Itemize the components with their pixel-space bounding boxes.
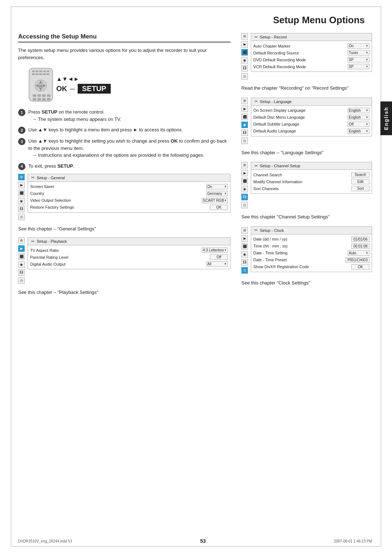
- ch-sidebar-clock: ◷: [241, 202, 248, 208]
- svg-rect-10: [46, 73, 49, 75]
- clk-row-2-value: Auto▼: [348, 250, 369, 256]
- record-row-1-label: Default Recording Source: [253, 51, 348, 55]
- general-row-1-value: Germany▼: [206, 191, 228, 196]
- setup-icon-language: ✂: [253, 99, 258, 104]
- general-row-3: Restore Factory Settings OK: [28, 204, 230, 211]
- lang-row-0-label: On Screen Display Language: [253, 108, 348, 112]
- clk-sidebar-play: ▶: [241, 235, 248, 242]
- lang-row-2: Default Subtitle Language Off▼: [251, 121, 372, 128]
- clock-setup-box: ✂ Setup - Clock Date (dd / mm / yy) 01/0…: [251, 226, 372, 272]
- step-2-num: 2: [18, 127, 25, 134]
- record-row-3-label: VCR Default Recording Mode: [253, 65, 348, 69]
- svg-rect-7: [36, 73, 38, 75]
- lang-sidebar-gear: ⚙: [241, 98, 248, 104]
- sidebar-icon-clock: ◷: [18, 214, 25, 220]
- playback-box-body: TV Aspect Ratio 4:3 Letterbox▼ Parental …: [28, 245, 230, 269]
- channel-box-with-sidebar: ⚙ ▶ ⬛ ◉ 🎞 ◷ ✂ Setup - Channel Setup: [241, 162, 372, 208]
- lang-row-3-value: English▼: [348, 128, 369, 134]
- clk-sidebar-clock: ◷: [241, 267, 248, 274]
- record-sidebar-rec: ⬛: [241, 49, 248, 56]
- ch-row-1: Modify Channel Information Edit: [251, 178, 372, 185]
- general-row-0: Screen Saver On▼: [28, 183, 230, 190]
- record-sidebar-icons: ⚙ ▶ ⬛ ◉ 🎞 ◷: [241, 33, 249, 79]
- playback-row-0: TV Aspect Ratio 4:3 Letterbox▼: [28, 247, 230, 254]
- clk-row-3: Date - Time Preset P001/Ch003: [251, 257, 372, 263]
- clock-caption: See this chapter "Clock Settings": [241, 279, 372, 287]
- language-setup-box: ✂ Setup - Language On Screen Display Lan…: [251, 98, 372, 136]
- intro-text: The system setup menu provides various o…: [18, 47, 230, 61]
- channel-box-title: Setup - Channel Setup: [260, 164, 300, 168]
- record-row-2-label: DVD Default Recording Mode: [253, 58, 348, 62]
- lang-sidebar-eye: ◉: [241, 122, 248, 128]
- channel-section: ⚙ ▶ ⬛ ◉ 🎞 ◷ ✂ Setup - Channel Setup: [241, 162, 372, 221]
- clk-row-0-label: Date (dd / mm / yy): [253, 237, 351, 241]
- step-4: 4 To exit, press SETUP.: [18, 163, 230, 170]
- page-title: Setup Menu Options: [18, 15, 372, 26]
- channel-box-body: Channel Search Search Modify Channel Inf…: [251, 170, 372, 193]
- clock-box-body: Date (dd / mm / yy) 01/01/06 Time (hh : …: [251, 234, 372, 272]
- step-3: 3 Use ▲▼ keys to highlight the setting y…: [18, 138, 230, 159]
- sidebar-icon-eye: ◉: [18, 198, 25, 204]
- clk-row-3-label: Date - Time Preset: [253, 258, 346, 262]
- ch-sidebar-eye: ◉: [241, 186, 248, 192]
- arrow-keys-label: ▲▼◄►: [56, 76, 79, 82]
- clk-row-1: Time (hh : mm : ss) 00:01:08: [251, 243, 372, 250]
- step-1-num: 1: [18, 109, 25, 116]
- footer-right: 2007-08-01 1:46:23 PM: [334, 539, 372, 543]
- ok-label: OK: [56, 85, 67, 93]
- svg-rect-22: [33, 98, 36, 101]
- ch-row-0-label: Channel Search: [253, 173, 351, 177]
- svg-rect-21: [47, 94, 50, 97]
- setup-icon-clock: ✂: [253, 228, 258, 233]
- general-sidebar-icons: ⚙ ▶ ⬛ ◉ 🎞 ◷: [18, 174, 26, 220]
- record-row-2-value: SP▼: [348, 57, 369, 62]
- sidebar-icon-play: ▶: [18, 182, 25, 188]
- lang-row-0: On Screen Display Language English▼: [251, 107, 372, 114]
- page-border-right: [381, 7, 381, 546]
- record-section: ⚙ ▶ ⬛ ◉ 🎞 ◷ ✂ Setup - Record: [241, 33, 372, 92]
- playback-sidebar-icon-eye: ◉: [18, 261, 25, 268]
- record-row-0: Auto Chapter Marker On▼: [251, 42, 372, 49]
- clk-row-2: Date - Time Setting Auto▼: [251, 250, 372, 257]
- clk-sidebar-film: 🎞: [241, 259, 248, 266]
- clk-row-4: Show DivX® Registration Code OK: [251, 263, 372, 270]
- ch-sidebar-film: 🎞: [241, 194, 248, 200]
- playback-row-2-value: All▼: [206, 261, 228, 267]
- clock-box-title: Setup - Clock: [260, 228, 284, 233]
- general-row-3-value: OK: [210, 205, 228, 210]
- language-box-title: Setup - Language: [260, 99, 291, 104]
- step-2-text: Use ▲▼ keys to highlight a menu item and…: [28, 126, 183, 134]
- clk-row-4-label: Show DivX® Registration Code: [253, 265, 351, 269]
- playback-sidebar-icon-gear: ⚙: [18, 237, 25, 244]
- channel-setup-box: ✂ Setup - Channel Setup Channel Search S…: [251, 162, 372, 194]
- step-3-sub: → Instructions and explanations of the o…: [28, 152, 230, 159]
- english-tab: English: [380, 102, 392, 135]
- language-box-with-sidebar: ⚙ ▶ ⬛ ◉ 🎞 ◷ ✂ Setup - Language: [241, 98, 372, 144]
- playback-row-2: Digital Audio Output All▼: [28, 261, 230, 267]
- channel-caption: See this chapter "Channel Setup Settings…: [241, 213, 372, 221]
- general-box-title: Setup - General: [37, 176, 65, 180]
- step-2: 2 Use ▲▼ keys to highlight a menu item a…: [18, 126, 230, 134]
- record-box-with-sidebar: ⚙ ▶ ⬛ ◉ 🎞 ◷ ✂ Setup - Record: [241, 33, 372, 79]
- clk-sidebar-gear: ⚙: [241, 227, 248, 234]
- clock-sidebar-icons: ⚙ ▶ ⬛ ◉ 🎞 ◷: [241, 226, 249, 274]
- lang-sidebar-rec: ⬛: [241, 114, 248, 120]
- playback-box-title: Setup - Playback: [37, 239, 67, 243]
- playback-box-wrapper: ✂ Setup - Playback TV Aspect Ratio 4:3 L…: [28, 237, 230, 284]
- setup-icon-playback: ✂: [30, 239, 35, 244]
- setup-icon-channel: ✂: [253, 163, 258, 168]
- left-column: Accessing the Setup Menu The system setu…: [18, 33, 230, 301]
- playback-sidebar-icon-film: 🎞: [18, 269, 25, 276]
- general-row-2-value: SCART RGB▼: [202, 198, 228, 203]
- general-row-0-label: Screen Saver: [30, 184, 206, 189]
- lang-row-3-label: Default Audio Language: [253, 129, 348, 133]
- setup-icon-record: ✂: [253, 34, 258, 40]
- playback-row-1-label: Parental Rating Level: [30, 255, 210, 259]
- language-caption: See this chapter – "Language Settings": [241, 149, 372, 156]
- step-4-num: 4: [18, 163, 25, 170]
- playback-row-2-label: Digital Audio Output: [30, 262, 206, 266]
- page-border-left: [11, 7, 11, 546]
- clock-box-wrapper: ✂ Setup - Clock Date (dd / mm / yy) 01/0…: [251, 226, 372, 274]
- svg-rect-3: [39, 70, 42, 72]
- step-3-text: Use ▲▼ keys to highlight the setting you…: [28, 138, 230, 159]
